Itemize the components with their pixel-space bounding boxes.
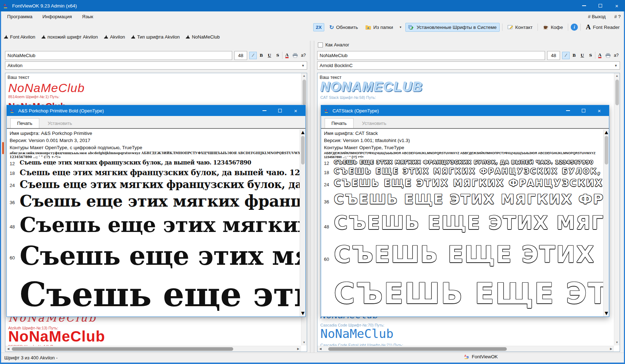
font-reader-button[interactable]: A Font Reader — [583, 22, 622, 32]
close-button[interactable]: × — [596, 107, 602, 114]
zoom-2x-button[interactable]: 2X — [313, 23, 324, 31]
scroll-up-icon[interactable]: ▲ — [604, 130, 609, 135]
print-button[interactable] — [604, 52, 612, 59]
sample-text-input-right[interactable] — [317, 51, 545, 60]
font-color-button[interactable]: A — [283, 52, 291, 59]
contact-button[interactable]: Контакт — [505, 23, 535, 31]
from-folder-button[interactable]: A Из папки — [363, 23, 395, 31]
your-text-label: Ваш текст — [8, 75, 29, 80]
font-info-button[interactable]: a? — [300, 52, 307, 59]
bold-button[interactable]: B — [258, 52, 265, 59]
printer-icon — [292, 53, 298, 58]
scroll-right-icon[interactable]: ▶ — [608, 346, 614, 352]
scrollbar-thumb[interactable] — [301, 136, 305, 165]
underline-button[interactable]: U — [579, 52, 586, 59]
tab-nonameclub[interactable]: NoNaMeClub — [184, 34, 221, 40]
italic-button[interactable]: ∕ — [562, 52, 570, 59]
scroll-up-icon[interactable]: ▲ — [301, 73, 307, 79]
tab-print[interactable]: Печать — [10, 118, 39, 128]
pangram-sample: СЪЕШЬ ЕЩЕ ЭТИХ МЯГКИХ ФРАНЦУЗСКИХ БУЛОК,… — [334, 277, 609, 317]
tab-print[interactable]: Печать — [325, 118, 354, 128]
horizontal-scrollbar[interactable]: ◀ ▶ — [5, 346, 301, 352]
vertical-scrollbar[interactable]: ▲ ▼ — [300, 130, 305, 317]
italic-button[interactable]: ∕ — [249, 52, 257, 59]
as-analog-checkbox[interactable] — [318, 42, 323, 47]
vertical-scrollbar[interactable]: ▲ ▼ — [603, 130, 609, 317]
scroll-down-icon[interactable]: ▼ — [300, 310, 305, 317]
svg-text:A: A — [4, 3, 6, 7]
tab-font-akvilon[interactable]: Font Akvilon — [2, 34, 37, 40]
scroll-up-icon[interactable]: ▲ — [614, 73, 620, 79]
tab-similar-font[interactable]: похожий шрифт Akvilon — [40, 34, 99, 40]
font-info-button[interactable]: a? — [612, 52, 620, 59]
font-sample-catstack[interactable]: NONAMECLUB — [320, 80, 423, 95]
maximize-button[interactable] — [592, 0, 609, 11]
toolbar-separator — [568, 24, 568, 31]
strikethrough-button[interactable]: S — [587, 52, 594, 59]
font-color-button[interactable]: A — [596, 52, 604, 59]
size-row-partial: СЪЕШЬ ЕЩЕ ЭТИХ МЯГКИХ ФРАНЦУЗСКИХ БУЛОК,… — [324, 277, 609, 317]
size-label: 24 — [10, 183, 20, 188]
minimize-button[interactable] — [576, 0, 592, 11]
font-select-right[interactable]: Arnold BocklinC ▼ — [317, 61, 620, 70]
sample-text-input-left[interactable] — [5, 51, 232, 60]
scrollbar-thumb[interactable] — [328, 347, 507, 351]
font-size-input-left[interactable] — [234, 51, 247, 60]
tab-akvilon[interactable]: Akvilon — [102, 34, 126, 40]
size-row-18: 18 Съешь еще этих мягких французских бул… — [10, 168, 305, 178]
installed-fonts-button[interactable]: Установленные Шрифты в Системе — [405, 23, 499, 32]
refresh-button[interactable]: ↻ Обновить — [327, 22, 361, 32]
scroll-up-icon[interactable]: ▲ — [300, 130, 305, 135]
menu-information[interactable]: Информация — [38, 12, 76, 21]
bold-button[interactable]: B — [570, 52, 578, 59]
horizontal-scrollbar[interactable]: ◀ ▶ — [318, 346, 614, 352]
maximize-button[interactable] — [580, 107, 587, 114]
close-button[interactable]: × — [609, 0, 625, 11]
scroll-left-icon[interactable]: ◀ — [318, 346, 323, 352]
scrollbar-thumb[interactable] — [302, 80, 306, 105]
from-folder-dropdown[interactable]: ▼ — [398, 24, 403, 30]
maximize-button[interactable] — [277, 107, 283, 114]
menu-language[interactable]: Язык — [78, 12, 98, 21]
status-bar: Шрифт 3 из 400 Akvilon - AB FontViewOK — [0, 353, 625, 363]
menu-program[interactable]: Программа — [3, 12, 37, 21]
font-sample-cascadia-extralight[interactable]: NoNaMeClub — [320, 327, 394, 341]
minimize-button[interactable] — [565, 107, 571, 114]
coffee-button[interactable]: Кофе — [540, 23, 565, 31]
pangram-sample: СЪЕШЬ ЕЩЕ ЭТИХ МЯГКИХ ФРАНЦУЗСКИХ БУЛОК,… — [334, 212, 609, 241]
font-sample-akvilon[interactable]: NoNaMeClub — [8, 81, 85, 95]
scroll-down-icon[interactable]: ▼ — [604, 310, 609, 317]
scrollbar-thumb[interactable] — [12, 347, 233, 351]
print-button[interactable] — [291, 52, 299, 59]
scroll-right-icon[interactable]: ▶ — [295, 346, 301, 352]
close-button[interactable]: × — [292, 107, 299, 114]
underline-button[interactable]: U — [266, 52, 273, 59]
scroll-down-icon[interactable]: ▼ — [301, 340, 307, 345]
child-tab-bar: Печать Установить — [321, 116, 609, 128]
tab-font-type[interactable]: Тип шрифта Akvilon — [129, 34, 181, 40]
scroll-down-icon[interactable]: ▼ — [614, 340, 620, 345]
pangram-sample: Съешь еще этих мягких французских булок,… — [20, 178, 305, 192]
scroll-left-icon[interactable]: ◀ — [5, 346, 11, 352]
minimize-button[interactable] — [261, 107, 268, 114]
format-separator — [595, 52, 595, 59]
scrollbar-thumb[interactable] — [615, 80, 619, 105]
size-row-48: 48 СЪЕШЬ ЕЩЕ ЭТИХ МЯГКИХ ФРАНЦУЗСКИХ БУЛ… — [324, 212, 609, 241]
tab-font-icon — [104, 35, 108, 39]
scrollbar-thumb[interactable] — [605, 136, 608, 165]
menu-help[interactable]: # ? — [614, 14, 621, 19]
info-button[interactable]: i — [571, 24, 578, 31]
close-icon: × — [615, 3, 619, 9]
font-size-input-right[interactable] — [547, 51, 560, 60]
menu-exit[interactable]: # Выход — [588, 14, 606, 19]
font-select-left[interactable]: Akvilon ▼ — [5, 61, 307, 70]
tab-install[interactable]: Установить — [41, 118, 79, 128]
pangram-sample: СЪЕШЬ ЕЩЕ ЭТИХ МЯГКИХ ФРАНЦУЗСКИХ БУЛОК,… — [334, 191, 609, 212]
size-label: 36 — [10, 200, 20, 205]
panel-splitter[interactable] — [310, 41, 314, 353]
font-sample-berier[interactable]: NoNaMeClub — [8, 328, 105, 345]
tab-install[interactable]: Установить — [356, 118, 393, 128]
strikethrough-button[interactable]: S — [274, 52, 281, 59]
vertical-scrollbar[interactable]: ▲ ▼ — [614, 73, 620, 345]
pangram-sample: СЪЕШЬ ЕЩЕ ЭТИХ МЯГКИХ ФРАНЦУЗСКИХ БУЛОК,… — [334, 241, 609, 277]
